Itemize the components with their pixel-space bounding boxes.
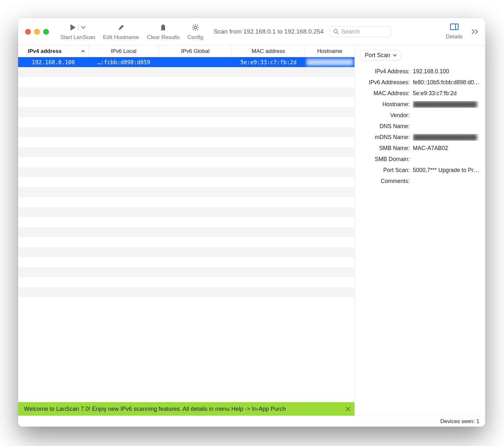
svg-point-9 [334,29,337,33]
cell-mac [232,287,305,297]
column-header-ipv4[interactable]: IPv4 address [18,46,89,57]
close-icon [345,406,351,411]
details-toggle-button[interactable]: Details [446,22,463,40]
table-row[interactable] [18,277,354,287]
cell-ipv6_local [89,107,159,117]
table-row[interactable] [18,267,354,277]
cell-hostname: ████████████ [305,57,354,67]
table-row[interactable] [18,217,354,227]
cell-ipv4 [18,137,89,147]
cell-mac [232,97,305,107]
port-scan-dropdown-label: Port Scan [365,52,390,59]
table-row[interactable] [18,257,354,267]
table-row[interactable] [18,147,354,157]
cell-ipv4 [18,117,89,127]
cell-ipv6_local [89,207,159,217]
app-window: Start LanScan Edit Hostname Clear Result… [18,18,485,427]
separator [78,24,79,31]
table-row[interactable] [18,197,354,207]
cell-mac [232,187,305,197]
cell-hostname [305,117,354,127]
svg-point-0 [194,26,197,29]
detail-row: mDNS Name:████████████████ [355,132,480,143]
table-row[interactable] [18,117,354,127]
table-row[interactable] [18,127,354,137]
table-row[interactable] [18,247,354,257]
window-controls [25,29,49,35]
cell-ipv6_local [89,267,159,277]
cell-hostname [305,187,354,197]
cell-ipv6_global [159,127,232,137]
cell-hostname [305,77,354,87]
table-row[interactable] [18,287,354,297]
table-row[interactable] [18,87,354,97]
table-row[interactable] [18,137,354,147]
cell-hostname [305,177,354,187]
svg-line-8 [197,25,198,26]
start-lanscan-button[interactable]: Start LanScan [57,23,99,41]
zoom-window-button[interactable] [43,29,49,35]
edit-hostname-button[interactable]: Edit Hostname [100,23,142,41]
edit-hostname-label: Edit Hostname [103,34,139,41]
toolbar-overflow-button[interactable] [470,22,481,41]
cell-ipv4 [18,267,89,277]
table-row[interactable] [18,107,354,117]
play-icon [70,24,76,31]
table-row[interactable]: 192.168.0.100…:fcbb:d898:d0595e:e9:33:c7… [18,57,354,67]
cell-ipv4 [18,77,89,87]
table-row[interactable] [18,227,354,237]
table-row[interactable] [18,77,354,87]
detail-key: Comments: [355,178,413,185]
column-header-ipv6-local[interactable]: IPv6 Local [89,46,159,57]
cell-ipv4 [18,237,89,247]
table-row[interactable] [18,207,354,217]
pencil-icon [118,23,125,32]
search-icon [333,29,339,35]
banner-close-button[interactable] [345,406,351,411]
column-header-ipv6-global[interactable]: IPv6 Global [159,46,232,57]
table-header: IPv4 address IPv6 Local IPv6 Global MAC … [18,46,354,57]
column-header-hostname[interactable]: Hostname [305,46,354,57]
cell-ipv6_local [89,177,159,187]
cell-ipv4 [18,287,89,297]
table-row[interactable] [18,97,354,107]
config-button[interactable]: Config [184,23,206,41]
table-row[interactable] [18,177,354,187]
table-row[interactable] [18,237,354,247]
minimize-window-button[interactable] [34,29,40,35]
cell-hostname [305,217,354,227]
port-scan-dropdown[interactable]: Port Scan [360,50,401,61]
table-row[interactable] [18,167,354,177]
cell-ipv6_local [89,227,159,237]
clear-results-button[interactable]: Clear Results [143,23,183,41]
cell-ipv6_local [89,247,159,257]
column-header-mac[interactable]: MAC address [232,46,305,57]
cell-mac [232,147,305,157]
cell-ipv4 [18,227,89,237]
cell-ipv6_local [89,257,159,267]
search-input[interactable]: Search [330,26,391,37]
chevron-down-icon[interactable] [81,26,86,29]
cell-ipv6_local [89,167,159,177]
table-row[interactable] [18,67,354,77]
cell-mac [232,227,305,237]
detail-key: IPv4 Address: [355,68,413,75]
sort-ascending-icon [81,50,85,53]
devices-seen-count: 1 [477,418,479,425]
cell-hostname [305,237,354,247]
cell-mac [232,77,305,87]
table-row[interactable] [18,187,354,197]
cell-ipv6_local [89,137,159,147]
detail-row: SMB Name:MAC-A7AB02 [355,143,480,154]
details-pane: Port Scan IPv4 Address:192.168.0.100IPv6… [355,46,485,416]
close-window-button[interactable] [25,29,31,35]
cell-ipv6_global [159,187,232,197]
details-list: IPv4 Address:192.168.0.100IPv6 Addresses… [355,65,485,187]
cell-mac [232,117,305,127]
cell-ipv6_local [89,147,159,157]
table-body[interactable]: 192.168.0.100…:fcbb:d898:d0595e:e9:33:c7… [18,57,354,402]
table-row[interactable] [18,157,354,167]
cell-ipv6_local [89,197,159,207]
cell-hostname [305,247,354,257]
detail-value: 5000,7*** Upgrade to Pro… [413,167,480,174]
